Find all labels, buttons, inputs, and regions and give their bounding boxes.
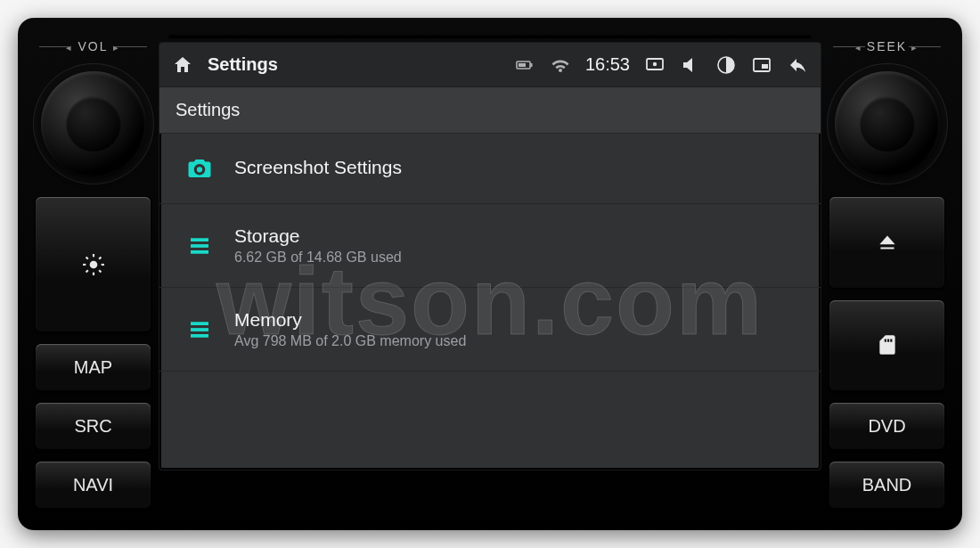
screen-area: Settings 16:53 Settings Screenshot Set xyxy=(156,18,824,530)
map-button[interactable]: MAP xyxy=(36,344,151,390)
eject-button[interactable] xyxy=(829,197,944,288)
settings-list: Screenshot Settings Storage6.62 GB of 14… xyxy=(159,134,821,470)
seek-knob[interactable] xyxy=(835,71,940,176)
volume-knob[interactable] xyxy=(41,71,146,176)
svg-rect-17 xyxy=(191,238,208,241)
svg-line-5 xyxy=(86,257,87,258)
sd-button[interactable] xyxy=(829,300,944,391)
band-button[interactable]: BAND xyxy=(829,462,944,508)
row-memory[interactable]: MemoryAvg 798 MB of 2.0 GB memory used xyxy=(159,288,821,372)
storage-icon xyxy=(186,233,213,259)
head-unit: VOL MAP SRC NAVI Settings 16:53 xyxy=(18,18,962,530)
back-icon[interactable] xyxy=(787,54,808,76)
memory-icon xyxy=(186,316,213,343)
left-panel: VOL MAP SRC NAVI xyxy=(18,18,156,530)
dvd-button[interactable]: DVD xyxy=(829,403,944,449)
battery-icon xyxy=(514,54,535,76)
home-icon[interactable] xyxy=(172,54,193,76)
mute-icon[interactable] xyxy=(680,54,701,76)
page-header: Settings xyxy=(159,87,821,134)
eject-icon xyxy=(876,231,899,254)
src-button[interactable]: SRC xyxy=(36,403,151,449)
row-screenshot-settings[interactable]: Screenshot Settings xyxy=(159,134,821,204)
right-panel: SEEK DVD BAND xyxy=(824,18,962,530)
brightness-icon xyxy=(82,253,105,276)
disc-slot xyxy=(168,34,812,38)
pip-icon[interactable] xyxy=(751,54,772,76)
navi-button[interactable]: NAVI xyxy=(36,462,151,508)
svg-rect-19 xyxy=(191,250,208,254)
svg-rect-11 xyxy=(519,63,526,67)
sd-card-icon xyxy=(876,333,899,356)
svg-rect-16 xyxy=(762,64,768,69)
svg-rect-18 xyxy=(191,244,208,248)
display-icon[interactable] xyxy=(644,54,666,76)
svg-point-0 xyxy=(89,260,97,268)
svg-line-6 xyxy=(99,270,101,272)
android-screen: Settings 16:53 Settings Screenshot Set xyxy=(159,43,821,470)
statusbar-title: Settings xyxy=(208,54,278,75)
wifi-icon xyxy=(550,54,571,76)
svg-rect-10 xyxy=(530,63,532,67)
svg-rect-22 xyxy=(191,334,208,338)
status-bar: Settings 16:53 xyxy=(159,43,821,87)
dim-icon[interactable] xyxy=(715,54,737,76)
svg-line-7 xyxy=(86,270,87,272)
camera-icon xyxy=(186,155,213,182)
svg-point-13 xyxy=(653,61,657,65)
row-storage[interactable]: Storage6.62 GB of 14.68 GB used xyxy=(159,204,821,288)
svg-line-8 xyxy=(99,257,101,258)
svg-rect-21 xyxy=(191,328,208,331)
clock: 16:53 xyxy=(585,54,630,75)
brightness-button[interactable] xyxy=(36,197,151,331)
svg-rect-20 xyxy=(191,322,208,325)
seek-label: SEEK xyxy=(824,36,950,57)
vol-label: VOL xyxy=(30,36,156,57)
